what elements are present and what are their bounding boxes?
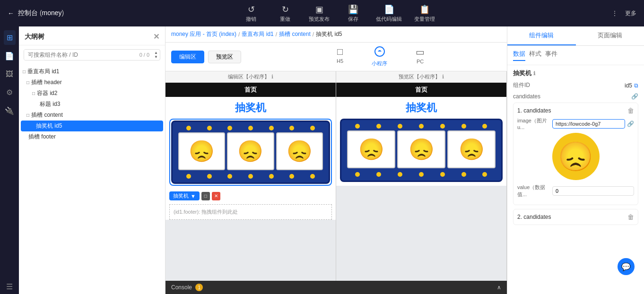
preview-area-button[interactable]: 预览区: [208, 51, 241, 63]
undo-button[interactable]: ↺ 撤销: [240, 4, 262, 23]
sidebar-icon-outline[interactable]: ☰: [3, 279, 16, 294]
slot-reel-2: 😞: [227, 132, 274, 170]
candidate-2-delete-button[interactable]: 🗑: [627, 213, 634, 221]
edit-area-button[interactable]: 编辑区: [171, 51, 204, 63]
candidate-2-item: 2. candidates 🗑: [513, 209, 638, 225]
candidate-1-value-row: value（数据值...: [517, 184, 634, 198]
dot: [227, 126, 232, 130]
breadcrumb: money 应用 - 首页 (index) / 垂直布局 id1 / 插槽 co…: [165, 26, 507, 43]
tree-item-footer[interactable]: 插槽 footer: [19, 131, 165, 142]
edit-panel-label: 编辑区【小程序】 ℹ: [165, 71, 336, 83]
expand-icon: □: [26, 80, 29, 85]
preview-slot-reel-1: 😞: [347, 130, 395, 168]
value-field-input[interactable]: [552, 186, 634, 196]
component-info-icon: ℹ: [533, 70, 535, 77]
component-id-value-area: id5 ⧉: [625, 82, 638, 89]
component-label-button[interactable]: 抽奖机 ▼: [169, 191, 200, 200]
dot: [310, 174, 315, 179]
component-title-text: 抽奖机: [513, 69, 531, 78]
footer-hint-text: (id1.footer): 拖拽组件到此处: [174, 209, 238, 215]
edit-slot-title: 抽奖机: [165, 97, 336, 119]
preview-publish-button[interactable]: ▣ 预览发布: [308, 4, 331, 23]
tree-item-label: 容器 id2: [37, 89, 161, 97]
breadcrumb-item-app[interactable]: money 应用 - 首页 (index): [171, 30, 236, 38]
save-label: 保存: [348, 16, 358, 23]
candidate-1-header: 1. candidates 🗑: [517, 107, 634, 114]
lowcode-label: 低代码编辑: [376, 16, 402, 23]
breadcrumb-current: 抽奖机 id5: [316, 30, 342, 38]
redo-button[interactable]: ↻ 重做: [274, 4, 296, 23]
tree-item-content[interactable]: □ 插槽 content: [19, 110, 165, 121]
sidebar-icon-assets[interactable]: 🖼: [3, 67, 16, 81]
console-chevron-icon: ∧: [497, 284, 501, 291]
candidate-1-delete-button[interactable]: 🗑: [627, 107, 634, 114]
tree-item-slot-machine[interactable]: 抽奖机 id5: [21, 121, 163, 131]
emoji-preview: 😞: [552, 133, 600, 180]
outline-close-button[interactable]: ✕: [153, 32, 159, 41]
search-prev-button[interactable]: ▲: [152, 51, 160, 55]
more-button[interactable]: ⋮ 更多: [612, 9, 636, 17]
preview-slot-dots-top: [345, 124, 497, 129]
tree-item-label: 垂直布局 id1: [27, 68, 161, 76]
variable-button[interactable]: 📋 变量管理: [413, 4, 436, 23]
slot-machine-selected[interactable]: 😞 😞 😞: [169, 119, 332, 186]
breadcrumb-item-content[interactable]: 插槽 content: [279, 30, 311, 38]
lowcode-button[interactable]: 📄 低代码编辑: [376, 4, 402, 23]
tree-item-label: 插槽 header: [31, 78, 161, 86]
sidebar-icon-settings[interactable]: ⚙: [3, 85, 16, 100]
device-h5[interactable]: □ H5: [337, 46, 343, 67]
breadcrumb-sep: /: [313, 31, 314, 38]
device-pc[interactable]: ▭ PC: [416, 46, 425, 67]
dot: [207, 174, 212, 179]
subtab-data[interactable]: 数据: [513, 50, 525, 61]
save-button[interactable]: 💾 保存: [342, 4, 365, 23]
copy-id-button[interactable]: ⧉: [634, 82, 638, 89]
outline-tree: □ 垂直布局 id1 □ 插槽 header □ 容器 id2 标题 id3 □…: [19, 64, 165, 294]
delete-component-button[interactable]: ✕: [212, 192, 220, 200]
subtab-event[interactable]: 事件: [545, 50, 557, 61]
toolbar-title: 控制台 (money): [18, 9, 64, 17]
console-bar[interactable]: Console 1 ∧: [165, 281, 507, 294]
dot: [248, 174, 253, 179]
dot: [419, 124, 424, 129]
dot: [310, 126, 315, 130]
tree-item-label-item[interactable]: 标题 id3: [19, 99, 165, 110]
tree-item-label: 插槽 content: [31, 111, 161, 119]
sidebar-icon-pages[interactable]: 📄: [2, 49, 17, 63]
candidates-link-icon[interactable]: 🔗: [631, 93, 638, 100]
lowcode-icon: 📄: [384, 4, 394, 15]
device-miniapp[interactable]: 小程序: [372, 46, 387, 67]
tree-item-vertical[interactable]: □ 垂直布局 id1: [19, 66, 165, 77]
image-field-input[interactable]: https://lowcode-0g7: [552, 119, 625, 129]
edit-page-title: 首页: [165, 83, 336, 97]
tree-item-container[interactable]: □ 容器 id2: [19, 88, 165, 99]
back-button[interactable]: ← 控制台 (money): [8, 9, 64, 17]
image-link-icon[interactable]: 🔗: [627, 121, 634, 127]
tab-component-edit[interactable]: 组件编辑: [507, 26, 576, 45]
search-next-button[interactable]: ▼: [152, 55, 160, 59]
value-field-label: value（数据值...: [517, 184, 550, 198]
tree-item-header[interactable]: □ 插槽 header: [19, 77, 165, 88]
preview-icon: ▣: [315, 4, 323, 15]
dot: [269, 174, 274, 179]
dot: [355, 172, 360, 177]
subtab-style[interactable]: 样式: [529, 50, 541, 61]
preview-slot-machine-container: 抽奖机: [336, 97, 506, 186]
reel-emoji-2: 😞: [237, 139, 263, 164]
sidebar-icon-plugins[interactable]: 🔌: [2, 104, 17, 118]
tree-item-label: 插槽 footer: [28, 133, 161, 141]
expand-icon: □: [26, 112, 29, 118]
dot: [461, 172, 466, 177]
search-input[interactable]: [24, 50, 137, 60]
copy-component-button[interactable]: □: [201, 192, 210, 200]
console-badge: 1: [195, 284, 203, 291]
dot: [482, 172, 487, 177]
toolbar-center: ↺ 撤销 ↻ 重做 ▣ 预览发布 💾 保存 📄 低代码编辑 📋 变量管理: [240, 4, 436, 23]
right-sub-tabs: 数据 样式 事件: [507, 46, 644, 65]
tab-page-edit[interactable]: 页面编辑: [576, 26, 644, 45]
emoji-face: 😞: [558, 140, 593, 173]
breadcrumb-item-layout[interactable]: 垂直布局 id1: [242, 30, 273, 38]
reel-emoji-1: 😞: [189, 139, 215, 164]
sidebar-icon-components[interactable]: ⊞: [4, 30, 16, 45]
chat-button[interactable]: 💬: [618, 258, 635, 275]
